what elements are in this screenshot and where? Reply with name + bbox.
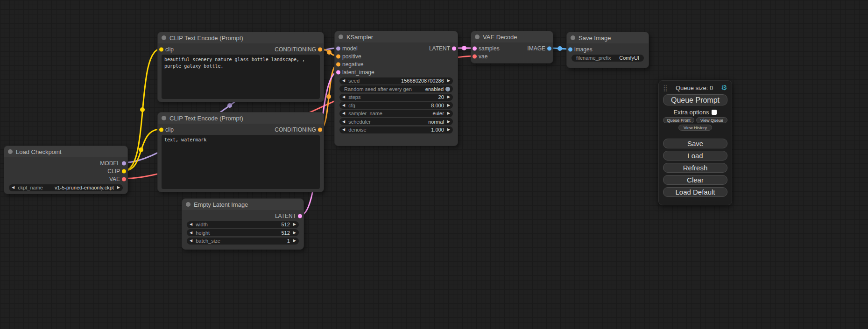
decrement-arrow-icon[interactable]: ◀ [342,104,345,107]
decrement-arrow-icon[interactable]: ◀ [342,128,345,132]
node-title-bar[interactable]: Empty Latent Image [182,199,303,210]
random-seed-toggle[interactable]: Random seed after every gen enabled [339,85,453,92]
batch-size-widget[interactable]: ◀ batch_size 1 ▶ [187,238,299,245]
increment-arrow-icon[interactable]: ▶ [447,112,450,115]
load-default-button[interactable]: Load Default [663,187,727,197]
io-row: clip CONDITIONING [158,45,324,53]
node-title-bar[interactable]: CLIP Text Encode (Prompt) [158,32,324,43]
output-row-clip: CLIP [4,167,127,175]
input-slot-samples[interactable] [473,46,477,50]
settings-gear-icon[interactable]: ⚙ [721,84,727,92]
widget-label: sampler_name [348,111,382,116]
output-row-vae: VAE [4,175,127,183]
node-title-bar[interactable]: Save Image [567,32,649,43]
output-slot-conditioning[interactable] [318,47,322,51]
output-slot-conditioning[interactable] [318,127,322,132]
node-title-bar[interactable]: KSampler [335,31,458,42]
increment-arrow-icon[interactable]: ▶ [117,186,120,189]
drag-handle-icon[interactable]: ⣿ [663,84,668,91]
input-slot-model[interactable] [336,46,340,50]
output-slot-model[interactable] [122,161,126,165]
widget-value: ComfyUI [619,55,639,61]
prompt-textarea[interactable]: text, watermark [162,135,320,189]
widget-value: 1 [287,238,290,244]
input-slot-clip[interactable] [159,47,163,51]
queue-actions-row: Queue Front View Queue [663,117,727,123]
widget-label: width [196,222,208,227]
steps-widget[interactable]: ◀ steps 20 ▶ [339,94,453,101]
view-queue-button[interactable]: View Queue [696,117,727,123]
load-button[interactable]: Load [663,151,727,161]
node-load-checkpoint[interactable]: Load Checkpoint MODEL CLIP VAE ◀ ckpt_na… [4,146,128,194]
decrement-arrow-icon[interactable]: ◀ [12,186,14,189]
output-slot-image[interactable] [547,46,551,50]
clear-button[interactable]: Clear [663,175,727,185]
queue-prompt-button[interactable]: Queue Prompt [663,94,727,105]
node-collapse-dot[interactable] [571,35,575,40]
input-slot-positive[interactable] [336,54,340,58]
increment-arrow-icon[interactable]: ▶ [447,79,450,83]
node-vae-decode[interactable]: VAE Decode samples IMAGE vae [471,31,553,63]
input-slot-vae[interactable] [473,54,477,58]
output-label-vae: VAE [109,176,120,182]
node-ksampler[interactable]: KSampler model LATENT positive negative … [334,31,458,146]
increment-arrow-icon[interactable]: ▶ [447,104,450,107]
increment-arrow-icon[interactable]: ▶ [447,128,450,132]
increment-arrow-icon[interactable]: ▶ [447,120,450,124]
increment-arrow-icon[interactable]: ▶ [293,239,296,243]
extra-options-checkbox[interactable] [712,110,717,115]
input-slot-negative[interactable] [336,62,340,66]
decrement-arrow-icon[interactable]: ◀ [342,112,345,115]
node-title: CLIP Text Encode (Prompt) [169,35,243,42]
node-title-bar[interactable]: VAE Decode [471,31,553,42]
widget-label: ckpt_name [18,185,43,190]
prompt-textarea[interactable]: beautiful scenery nature glass bottle la… [162,55,320,99]
decrement-arrow-icon[interactable]: ◀ [342,120,345,124]
comfy-menu-panel[interactable]: ⣿ Queue size: 0 ⚙ Queue Prompt Extra opt… [658,80,732,205]
denoise-widget[interactable]: ◀ denoise 1.000 ▶ [339,126,453,133]
decrement-arrow-icon[interactable]: ◀ [190,239,192,243]
node-clip-text-encode-positive[interactable]: CLIP Text Encode (Prompt) clip CONDITION… [157,32,324,102]
input-slot-images[interactable] [568,47,572,51]
decrement-arrow-icon[interactable]: ◀ [342,79,345,83]
node-save-image[interactable]: Save Image images filename_prefix ComfyU… [566,32,649,68]
node-collapse-dot[interactable] [162,35,166,40]
increment-arrow-icon[interactable]: ▶ [293,223,296,226]
output-slot-latent[interactable] [298,214,302,218]
queue-front-button[interactable]: Queue Front [663,117,694,123]
node-clip-text-encode-negative[interactable]: CLIP Text Encode (Prompt) clip CONDITION… [157,112,324,192]
sampler-name-widget[interactable]: ◀ sampler_name euler ▶ [339,110,453,117]
increment-arrow-icon[interactable]: ▶ [447,95,450,99]
filename-prefix-widget[interactable]: filename_prefix ComfyUI [572,55,644,62]
extra-options-row: Extra options [663,109,727,116]
decrement-arrow-icon[interactable]: ◀ [342,95,345,99]
node-collapse-dot[interactable] [339,35,343,39]
decrement-arrow-icon[interactable]: ◀ [190,223,192,226]
ckpt-name-widget[interactable]: ◀ ckpt_name v1-5-pruned-emaonly.ckpt ▶ [9,184,123,191]
node-collapse-dot[interactable] [186,202,191,207]
width-widget[interactable]: ◀ width 512 ▶ [187,221,299,228]
scheduler-widget[interactable]: ◀ scheduler normal ▶ [339,118,453,125]
node-collapse-dot[interactable] [162,116,166,120]
node-empty-latent-image[interactable]: Empty Latent Image LATENT ◀ width 512 ▶ … [182,198,304,250]
decrement-arrow-icon[interactable]: ◀ [190,231,192,235]
cfg-widget[interactable]: ◀ cfg 8.000 ▶ [339,102,453,109]
node-collapse-dot[interactable] [8,149,13,154]
seed-widget[interactable]: ◀ seed 156680208700286 ▶ [339,77,453,84]
node-collapse-dot[interactable] [475,35,480,39]
save-button[interactable]: Save [663,139,727,148]
refresh-button[interactable]: Refresh [663,163,727,173]
link-dot-conditioning-1 [327,50,332,55]
node-title-bar[interactable]: CLIP Text Encode (Prompt) [158,112,324,124]
link-dot-clip-2 [139,147,143,152]
output-slot-latent[interactable] [452,46,456,50]
increment-arrow-icon[interactable]: ▶ [293,231,296,235]
toggle-knob-icon[interactable] [445,87,450,91]
output-slot-clip[interactable] [122,169,126,173]
input-slot-latent-image[interactable] [336,70,340,74]
height-widget[interactable]: ◀ height 512 ▶ [187,229,299,236]
view-history-button[interactable]: View History [678,125,712,131]
node-title-bar[interactable]: Load Checkpoint [4,146,127,157]
output-slot-vae[interactable] [122,177,126,181]
input-slot-clip[interactable] [159,127,163,132]
